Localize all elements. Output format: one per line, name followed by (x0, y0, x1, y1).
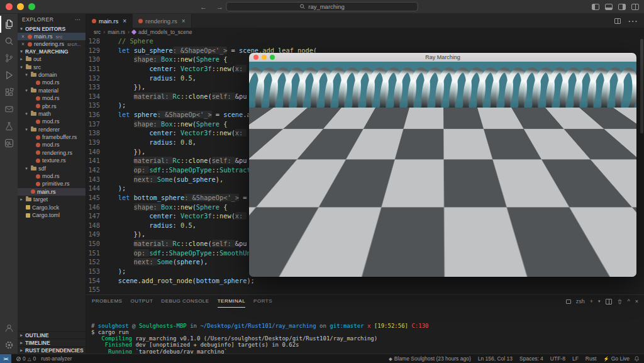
editor-tab-main.rs[interactable]: main.rs× (86, 14, 133, 28)
status-git-blame[interactable]: ◆Blame Soulghost (23 hours ago) (389, 355, 471, 362)
open-editor-detail: src (56, 34, 63, 40)
maximize-panel-icon[interactable]: ^ (628, 298, 630, 304)
minimize-window-button[interactable] (262, 55, 267, 60)
editor-more-actions-icon[interactable]: ⋯ (628, 15, 638, 27)
kill-terminal-icon[interactable] (617, 299, 623, 304)
close-panel-icon[interactable]: × (635, 298, 638, 304)
tree-item-math[interactable]: ▾math (18, 110, 86, 118)
section-rust-dependencies[interactable]: ▸RUST DEPENDENCIES (18, 346, 86, 354)
folder-icon (31, 73, 36, 77)
sidebar-item-search[interactable] (0, 33, 18, 50)
panel-tab-ports[interactable]: PORTS (253, 295, 272, 308)
tree-item-Cargo.toml[interactable]: Cargo.toml (18, 211, 86, 219)
tab-close-icon[interactable]: × (182, 18, 186, 25)
line-number: 131 (86, 64, 100, 74)
accounts-button[interactable] (0, 320, 18, 337)
navigate-forward-icon[interactable]: → (216, 3, 223, 11)
sidebar-item-mail[interactable] (0, 101, 18, 118)
more-actions-icon[interactable]: ⋯ (75, 16, 81, 23)
status-go-live[interactable]: ⚡Go Live (603, 355, 630, 362)
section-timeline[interactable]: ▸TIMELINE (18, 338, 86, 346)
sidebar-item-testing[interactable] (0, 118, 18, 135)
tree-item-src[interactable]: ▾src (18, 63, 86, 70)
terminal-view[interactable]: # soulghost @ Soulghosts-MBP in ~/Deskto… (86, 308, 644, 354)
section-outline[interactable]: ▸OUTLINE (18, 331, 86, 338)
tree-item-material[interactable]: ▾material (18, 87, 86, 94)
tree-item-out[interactable]: ▸out (18, 55, 86, 63)
new-terminal-icon[interactable]: + (590, 298, 593, 304)
breadcrumb-item[interactable]: src (94, 29, 101, 35)
tree-item-main.rs[interactable]: main.rs (18, 188, 86, 196)
status-encoding[interactable]: UTF-8 (550, 355, 565, 362)
tree-item-mod.rs[interactable]: mod.rs (18, 79, 86, 86)
close-window-button[interactable] (253, 55, 258, 60)
sidebar-item-run-debug[interactable] (0, 67, 18, 84)
sidebar-item-explorer[interactable] (0, 16, 18, 33)
open-editor-main.rs[interactable]: ×main.rssrc (18, 33, 86, 40)
editor-tab-rendering.rs[interactable]: rendering.rs× (133, 14, 192, 28)
tree-item-primitive.rs[interactable]: primitive.rs (18, 180, 86, 187)
section-project-root[interactable]: ▾ RAY_MARCHING (18, 48, 86, 55)
chevron-right-icon: ▸ (19, 348, 24, 353)
sidebar-item-codeql[interactable]: QL (0, 135, 18, 152)
tree-item-sdf[interactable]: ▾sdf (18, 164, 86, 172)
tree-item-mod.rs[interactable]: mod.rs (18, 141, 86, 148)
render-window-controls (253, 55, 275, 60)
run-debug-icon (4, 70, 14, 80)
panel-tab-terminal[interactable]: TERMINAL (218, 295, 245, 308)
close-editor-icon[interactable]: × (21, 33, 26, 40)
toggle-secondary-sidebar-icon[interactable] (618, 4, 626, 10)
remote-indicator[interactable]: >< (0, 354, 11, 363)
command-center-search[interactable]: ray_marching (226, 2, 418, 11)
zoom-window-button[interactable] (28, 3, 35, 10)
tree-item-renderer[interactable]: ▾renderer (18, 126, 86, 133)
panel-tab-problems[interactable]: PROBLEMS (92, 295, 122, 308)
editor-scrollbar[interactable] (640, 39, 643, 133)
status-cursor-position[interactable]: Ln 156, Col 13 (478, 355, 513, 362)
status-eol[interactable]: LF (572, 355, 579, 362)
navigate-back-icon[interactable]: ← (200, 3, 207, 11)
close-editor-icon[interactable]: × (21, 41, 26, 47)
tree-item-Cargo.lock[interactable]: Cargo.lock (18, 203, 86, 211)
tree-item-framebuffer.rs[interactable]: framebuffer.rs (18, 133, 86, 141)
tree-item-mod.rs[interactable]: mod.rs (18, 118, 86, 125)
ray-marching-window[interactable]: Ray Marching (249, 53, 636, 277)
open-editor-rendering.rs[interactable]: ×rendering.rssrc/r... (18, 40, 86, 48)
sidebar-item-source-control[interactable] (0, 50, 18, 67)
chevron-down-icon: ▾ (19, 49, 24, 54)
sidebar-item-extensions[interactable] (0, 84, 18, 101)
terminal-dropdown-icon[interactable]: ▾ (598, 299, 601, 304)
panel-tab-debug-console[interactable]: DEBUG CONSOLE (161, 295, 209, 308)
search-icon (299, 4, 305, 9)
tree-item-mod.rs[interactable]: mod.rs (18, 172, 86, 180)
extensions-icon (4, 87, 14, 97)
split-terminal-icon[interactable] (606, 299, 612, 304)
zoom-window-button[interactable] (270, 55, 275, 60)
problems-status[interactable]: 0 △ 0 (16, 355, 36, 362)
tree-item-texture.rs[interactable]: texture.rs (18, 157, 86, 164)
settings-button[interactable] (0, 337, 18, 354)
tree-item-target[interactable]: ▸target (18, 196, 86, 203)
chevron-icon: ▾ (24, 127, 29, 132)
breadcrumb-item[interactable]: main.rs (108, 29, 125, 35)
close-window-button[interactable] (6, 3, 13, 10)
section-open-editors[interactable]: ▾ OPEN EDITORS (18, 25, 86, 33)
render-window-titlebar[interactable]: Ray Marching (249, 53, 636, 62)
notifications-bell-icon[interactable] (634, 355, 640, 362)
toggle-panel-icon[interactable] (605, 4, 613, 10)
gear-icon (4, 340, 14, 350)
status-indentation[interactable]: Spaces: 4 (519, 355, 543, 362)
panel-tab-output[interactable]: OUTPUT (130, 295, 153, 308)
split-editor-icon[interactable] (614, 18, 621, 24)
status-language-mode[interactable]: Rust (586, 355, 596, 362)
customize-layout-icon[interactable] (631, 4, 639, 10)
breadcrumb-item[interactable]: add_models_to_scene (138, 29, 192, 35)
tree-item-pbr.rs[interactable]: pbr.rs (18, 102, 86, 109)
minimize-window-button[interactable] (17, 3, 24, 10)
tree-item-domain[interactable]: ▾domain (18, 71, 86, 79)
tree-item-rendering.rs[interactable]: rendering.rs (18, 149, 86, 157)
rust-analyzer-status[interactable]: rust-analyzer (41, 355, 72, 362)
tab-close-icon[interactable]: × (123, 18, 126, 25)
toggle-sidebar-icon[interactable] (592, 4, 599, 10)
tree-item-mod.rs[interactable]: mod.rs (18, 94, 86, 102)
